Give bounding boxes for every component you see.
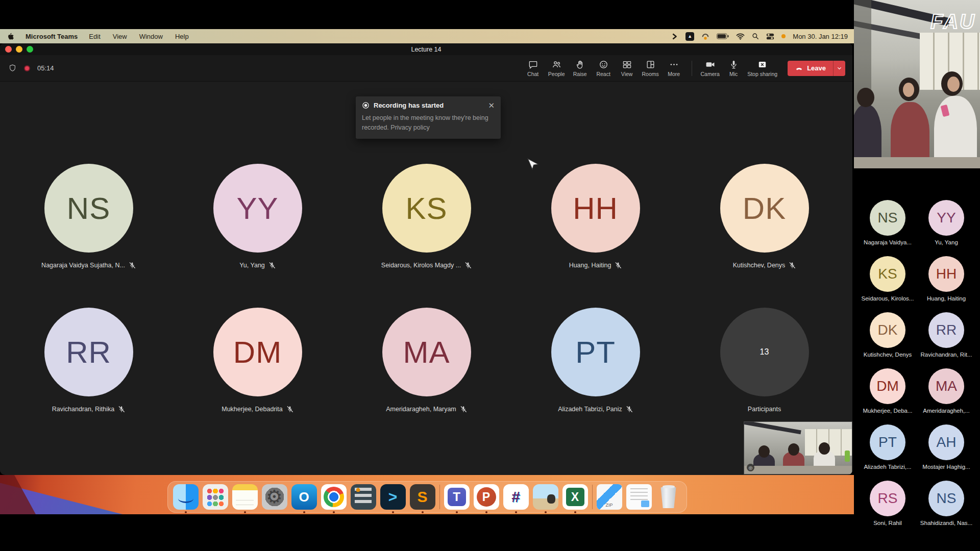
mic-muted-icon: [626, 406, 633, 413]
sidebar-participant[interactable]: RSSoni, Rahil: [859, 481, 917, 537]
sublimetext-dock-icon[interactable]: [410, 484, 435, 510]
meeting-timer: 05:14: [37, 64, 54, 72]
participant-tile[interactable]: DMMukherjee, Debadrita: [173, 308, 342, 414]
desktop-wallpaper: [0, 475, 854, 514]
macos-menu-bar: Microsoft Teams EditViewWindowHelp ▲: [0, 29, 854, 43]
photos-dock-icon[interactable]: [533, 484, 558, 510]
participant-initials: KS: [405, 191, 447, 226]
powerpoint-dock-icon[interactable]: [474, 484, 499, 510]
participant-name-row: Ravichandran, Rithika: [52, 405, 125, 414]
participant-name-row: Yu, Yang: [239, 261, 276, 270]
camera-button[interactable]: Camera: [698, 59, 722, 78]
sidebar-participant[interactable]: HHHuang, Haiting: [917, 256, 976, 312]
preview-camera-icon[interactable]: ◎: [747, 464, 754, 471]
participant-initials: YY: [236, 191, 278, 226]
sidebar-participant[interactable]: KSSeidarous, Kirolos...: [859, 256, 917, 312]
participant-name: Ravichandran, Rithika: [52, 406, 114, 413]
people-icon: [552, 60, 561, 69]
googlechrome-dock-icon[interactable]: [321, 484, 347, 510]
window-title: Lecture 14: [411, 46, 441, 53]
menu-bar-clock[interactable]: Mon 30. Jan 12:19: [793, 33, 848, 40]
sidebar-participant[interactable]: NSShahidizandi, Nas...: [917, 481, 976, 537]
share-arrow-icon[interactable]: [671, 33, 678, 40]
close-window-button[interactable]: [5, 46, 12, 53]
view-button[interactable]: View: [615, 59, 639, 78]
preview-bottle: [845, 450, 850, 462]
participant-tile[interactable]: DKKutishchev, Denys: [680, 164, 849, 270]
participants-count-tile[interactable]: 13Participants: [680, 308, 849, 414]
more-button[interactable]: More: [662, 59, 685, 78]
react-button[interactable]: React: [592, 59, 615, 78]
screen: Microsoft Teams EditViewWindowHelp ▲: [0, 0, 980, 551]
participant-avatar: MA: [928, 368, 964, 404]
participant-tile[interactable]: HHHuang, Haiting: [511, 164, 680, 270]
sidebar-participant[interactable]: DMMukherjee, Deba...: [859, 368, 917, 424]
participant-tile[interactable]: KSSeidarous, Kirolos Magdy ...: [342, 164, 511, 270]
leave-options-chevron[interactable]: [833, 61, 845, 76]
participant-tile[interactable]: YYYu, Yang: [173, 164, 342, 270]
ziparchive-dock-icon[interactable]: [597, 484, 622, 510]
close-notification-icon[interactable]: ✕: [488, 102, 495, 109]
participant-initials: MA: [403, 335, 450, 370]
shared-screen: Microsoft Teams EditViewWindowHelp ▲: [0, 0, 854, 551]
launchpad-dock-icon[interactable]: [203, 484, 228, 510]
toolbar-button-label: Camera: [700, 71, 719, 77]
menu-edit[interactable]: Edit: [89, 33, 100, 40]
voice-indicator-icon[interactable]: [701, 32, 709, 40]
mic-button[interactable]: Mic: [722, 59, 745, 78]
leave-button[interactable]: Leave: [788, 61, 833, 76]
participant-tile[interactable]: PTAlizadeh Tabrizi, Paniz: [511, 308, 680, 414]
participant-name: Yu, Yang: [239, 262, 265, 269]
battery-icon[interactable]: [717, 33, 729, 39]
sidebar-participant[interactable]: YYYu, Yang: [917, 200, 976, 256]
shield-icon: [8, 64, 17, 72]
chat-button[interactable]: Chat: [521, 59, 545, 78]
finder-dock-icon[interactable]: [173, 484, 199, 510]
record-badge-icon[interactable]: ▲: [685, 32, 694, 41]
control-center-icon[interactable]: [766, 33, 774, 40]
menu-items: EditViewWindowHelp: [89, 33, 188, 40]
participant-avatar: RS: [870, 481, 905, 516]
running-indicator: [515, 511, 517, 513]
menu-view[interactable]: View: [113, 33, 127, 40]
people-button[interactable]: People: [545, 59, 568, 78]
sidebar-participant[interactable]: PTAlizadeh Tabrizi,...: [859, 424, 917, 481]
sidebar-participant[interactable]: RRRavichandran, Rit...: [917, 312, 976, 368]
rooms-button[interactable]: Rooms: [639, 59, 662, 78]
participant-tile[interactable]: NSNagaraja Vaidya Sujatha, N...: [4, 164, 173, 270]
running-indicator: [244, 511, 246, 513]
privacy-policy-link[interactable]: Privacy policy: [390, 124, 429, 131]
wifi-icon[interactable]: [736, 33, 745, 40]
participant-name: Kutishchev, Denys: [733, 262, 786, 269]
stopsharing-button[interactable]: Stop sharing: [745, 59, 779, 78]
toolbar-button-label: Stop sharing: [747, 71, 777, 77]
slack-dock-icon[interactable]: [503, 484, 529, 510]
apple-menu-icon[interactable]: [6, 32, 14, 40]
active-app-name[interactable]: Microsoft Teams: [26, 33, 78, 40]
outlook-dock-icon[interactable]: [291, 484, 317, 510]
self-video-preview[interactable]: ◎: [744, 421, 852, 474]
trash-dock-icon[interactable]: [656, 484, 681, 510]
sidebar-participant[interactable]: NSNagaraja Vaidya...: [859, 200, 917, 256]
participant-tile[interactable]: RRRavichandran, Rithika: [4, 308, 173, 414]
notes-dock-icon[interactable]: [232, 484, 258, 510]
sidebar-participant[interactable]: DKKutishchev, Denys: [859, 312, 917, 368]
calculator-dock-icon[interactable]: [351, 484, 376, 510]
sidebar-participant[interactable]: AHMostajer Haghig...: [917, 424, 976, 481]
toolbar-button-label: Rooms: [642, 71, 659, 77]
zoom-window-button[interactable]: [27, 46, 33, 53]
excel-dock-icon[interactable]: [562, 484, 588, 510]
sidebar-participant[interactable]: MAAmeridaragheh,...: [917, 368, 976, 424]
microsoftteams-dock-icon[interactable]: [444, 484, 470, 510]
menu-help[interactable]: Help: [175, 33, 189, 40]
documents-dock-icon[interactable]: [626, 484, 652, 510]
raise-button[interactable]: Raise: [568, 59, 592, 78]
menu-window[interactable]: Window: [139, 33, 163, 40]
participant-avatar: DK: [720, 164, 809, 253]
participant-tile[interactable]: MAAmeridaragheh, Maryam: [342, 308, 511, 414]
minimize-window-button[interactable]: [16, 46, 22, 53]
meeting-stage: Recording has started ✕ Let people in th…: [0, 82, 852, 474]
systemsettings-dock-icon[interactable]: [262, 484, 287, 510]
search-icon[interactable]: [752, 33, 759, 40]
arrowapp-dock-icon[interactable]: [380, 484, 406, 510]
